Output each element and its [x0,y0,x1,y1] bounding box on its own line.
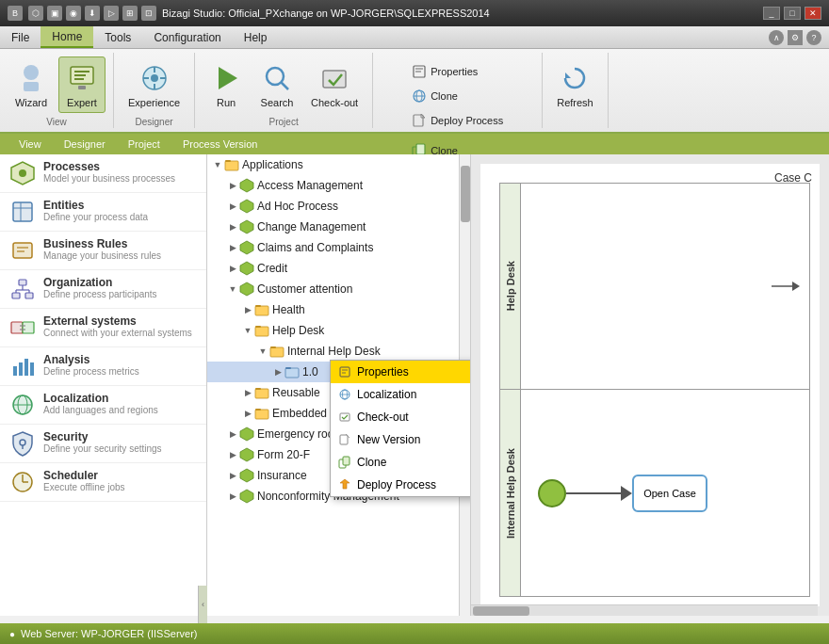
help-icon[interactable]: ? [806,30,821,45]
menu-file[interactable]: File [0,26,41,48]
expander-emergency-room[interactable]: ▶ [226,427,239,441]
expander-nonconformity[interactable]: ▶ [226,490,239,503]
context-menu-checkout[interactable]: Check-out Ctrl+O [331,406,471,428]
context-menu-deploy[interactable]: Deploy Process Ctrl+3 [331,474,471,496]
tree-item-credit[interactable]: ▶ Credit [207,258,470,279]
canvas-hscrollbar[interactable] [471,604,818,616]
expander-insurance[interactable]: ▶ [226,469,239,482]
wizard-button[interactable]: Wizard [8,56,55,113]
expander-reusable[interactable]: ▶ [241,386,254,399]
help-desk-lane: Help Desk [500,184,809,390]
expander-1-0[interactable]: ▶ [271,365,284,378]
tree-item-access-management[interactable]: ▶ Access Management [207,175,470,196]
tree-item-helpdesk[interactable]: ▼ Help Desk [207,320,470,341]
tree-item-change-management[interactable]: ▶ Change Management [207,217,470,237]
experience-button[interactable]: Experience [122,56,187,113]
svg-rect-72 [255,305,261,307]
close-button[interactable]: ✕ [805,7,821,20]
menu-home[interactable]: Home [41,26,93,48]
tree-item-adhoc[interactable]: ▶ Ad Hoc Process [207,196,470,217]
left-panel-item-security[interactable]: Security Define your security settings [0,425,206,463]
left-panel-item-localization[interactable]: Localization Add languages and regions [0,386,206,425]
svg-rect-93 [340,413,349,421]
minimize-button[interactable]: _ [763,7,780,20]
expander-helpdesk[interactable]: ▼ [241,324,254,337]
scheduler-icon [9,469,36,495]
localization-small-button[interactable]: Clone [405,85,510,107]
refresh-button[interactable]: Refresh [550,56,600,113]
expert-button[interactable]: Expert [58,56,106,113]
scheduler-title: Scheduler [43,469,125,482]
canvas-hscrollbar-thumb[interactable] [473,606,529,616]
svg-marker-65 [240,179,253,192]
ribbon-group-designer: Experience Designer [114,53,195,128]
settings-icon[interactable]: ⚙ [788,30,803,45]
svg-point-8 [151,74,158,82]
adhoc-label: Ad Hoc Process [257,200,338,213]
context-menu-clone[interactable]: Clone Ctrl+1 [331,451,471,474]
customer-attention-icon [239,282,254,297]
expander-access-management[interactable]: ▶ [226,179,239,192]
expander-credit[interactable]: ▶ [226,262,239,275]
open-case-task[interactable]: Open Case [632,475,707,512]
tree-item-customer-attention[interactable]: ▼ Customer attention [207,279,470,299]
insurance-label: Insurance [257,469,307,482]
left-panel-item-entities[interactable]: Entities Define your process data [0,193,206,232]
context-menu-new-version[interactable]: New Version Ctrl+0 [331,428,471,451]
external-icon [9,314,36,341]
svg-rect-79 [255,389,268,398]
maximize-button[interactable]: □ [784,7,801,20]
tree-item-applications[interactable]: ▼ Applications [207,154,470,175]
tab-project: Project [117,138,171,150]
left-panel-item-org[interactable]: Organization Define process participants [0,270,206,309]
change-management-label: Change Management [257,220,366,233]
svg-marker-66 [240,200,253,213]
menu-tools[interactable]: Tools [93,26,142,48]
svg-rect-82 [255,409,261,411]
tree-scrollbar-thumb[interactable] [461,166,470,222]
left-panel-item-analysis[interactable]: Analysis Define process metrics [0,347,206,386]
processes-title: Processes [43,160,175,173]
svg-rect-4 [74,74,86,76]
search-button[interactable]: Search [253,56,301,113]
expander-internal-helpdesk[interactable]: ▼ [256,345,269,358]
credit-label: Credit [257,262,287,275]
context-menu-properties[interactable]: Properties Ctrl+P [331,361,471,383]
left-panel-item-processes[interactable]: Processes Model your business processes [0,154,206,193]
main-content: Processes Model your business processes … [0,154,829,616]
expander-health[interactable]: ▶ [241,303,254,316]
expander-claims[interactable]: ▶ [226,241,239,254]
expander-customer-attention[interactable]: ▼ [226,282,239,296]
menu-help[interactable]: Help [233,26,279,48]
properties-button[interactable]: Properties [405,60,510,83]
tree-item-internal-helpdesk[interactable]: ▼ Internal Help Desk [207,341,470,362]
title-bar-left: B ⬡ ▣ ◉ ⬇ ▷ ⊞ ⊡ Bizagi Studio: Official_… [8,6,490,21]
run-button[interactable]: Run [203,56,250,113]
expander-change-management[interactable]: ▶ [226,220,239,233]
left-panel-item-external[interactable]: External systems Connect with your exter… [0,309,206,347]
context-menu-localization[interactable]: Localization Ctrl+L [331,383,471,406]
internal-help-desk-lane-label: Internal Help Desk [505,448,516,539]
svg-point-32 [19,169,26,177]
ribbon-designer-buttons: Experience [122,56,187,113]
menu-configuration[interactable]: Configuration [142,26,232,48]
expander-adhoc[interactable]: ▶ [226,200,239,213]
expander-applications[interactable]: ▼ [211,158,224,171]
tree-panel: ▼ Applications ▶ Access Management ▶ [207,154,471,616]
panel-collapse-button[interactable]: ‹ [198,586,207,616]
new-version-button[interactable]: Deploy Process [405,109,510,132]
left-panel-item-scheduler[interactable]: Scheduler Execute offline jobs [0,463,206,502]
svg-rect-63 [225,161,238,170]
expander-form20f[interactable]: ▶ [226,448,239,461]
left-panel-item-rules[interactable]: Business Rules Manage your business rule… [0,232,206,270]
window-controls[interactable]: _ □ ✕ [763,7,821,20]
tree-item-claims[interactable]: ▶ Claims and Complaints [207,237,470,258]
checkout-button[interactable]: Check-out [304,56,365,113]
tree-item-health[interactable]: ▶ Health [207,299,470,320]
expander-embedded[interactable]: ▶ [241,407,254,420]
svg-rect-46 [11,322,23,333]
embedded-folder-icon [254,406,269,421]
svg-rect-52 [19,362,23,376]
properties-icon [412,64,427,79]
change-management-icon [239,219,254,234]
